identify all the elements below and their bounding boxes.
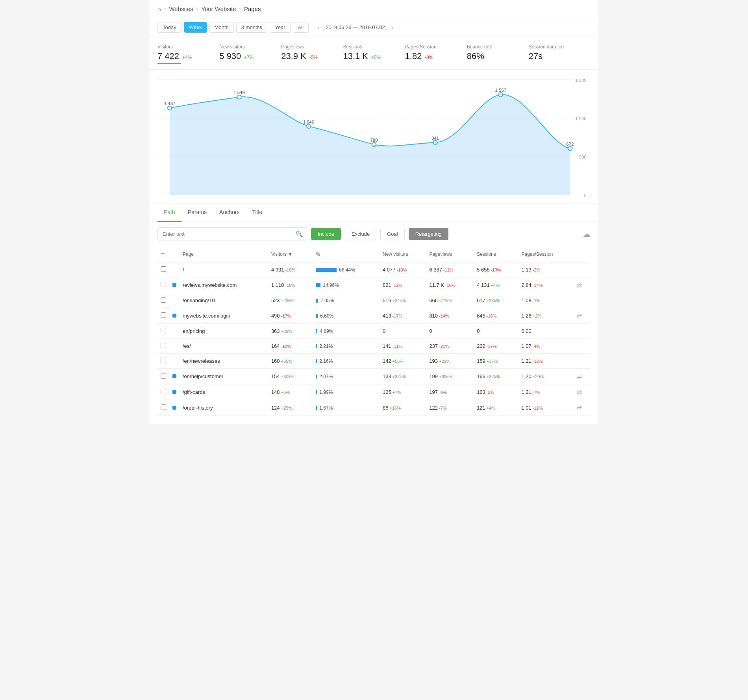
stat-pages-session-change: -9% (425, 55, 433, 60)
stat-visitors-change: +4% (182, 55, 192, 60)
svg-text:1 437: 1 437 (164, 101, 176, 106)
exclude-button[interactable]: Exclude (345, 228, 376, 240)
col-pages-session: Pages/Session (518, 246, 574, 262)
time-filter-bar: Today Week Month 3 months Year All ‹ 201… (150, 18, 598, 37)
row-sessions: 617+27k% (474, 293, 518, 308)
col-sessions: Sessions (474, 246, 518, 262)
btn-year[interactable]: Year (270, 22, 290, 33)
cloud-icon[interactable]: ☁ (583, 229, 591, 239)
breadcrumb-current: Pages (244, 6, 261, 12)
stat-sessions-change: +5% (371, 55, 381, 60)
svg-point-20 (568, 146, 572, 150)
row-indicator (172, 314, 176, 318)
row-indicator (172, 374, 176, 378)
row-pages-session: 1.26+2% (518, 308, 574, 324)
row-page: /en/newreleases (180, 354, 268, 369)
tab-anchors[interactable]: Anchors (213, 203, 246, 222)
table-row: /en/help/customer 154+30k% 2.07% 133+32k… (157, 369, 591, 384)
table-row: en/pricing 363+29% 4.89% 0 0 0 0.00 (157, 324, 591, 339)
row-sessions: 0 (474, 324, 518, 339)
pages-table: − Page Visitors ▼ % New visitors Pagevie… (157, 246, 591, 416)
row-pageviews: 666+27k% (426, 293, 474, 308)
prev-date-btn[interactable]: ‹ (315, 23, 322, 32)
btn-week[interactable]: Week (184, 22, 207, 33)
svg-point-10 (237, 95, 241, 99)
retarget-icon[interactable]: ⇄ (577, 373, 582, 380)
row-checkbox[interactable] (161, 297, 166, 303)
row-checkbox[interactable] (161, 312, 166, 318)
stat-new-visitors: New visitors 5 930 +7% (219, 44, 281, 64)
svg-text:1 549: 1 549 (233, 91, 245, 95)
svg-text:788: 788 (370, 138, 378, 142)
breadcrumb-websites[interactable]: Websites (169, 6, 193, 12)
retargeting-button[interactable]: Retargeting (409, 228, 448, 240)
goal-button[interactable]: Goal (380, 228, 404, 240)
stat-new-visitors-value: 5 930 (219, 51, 241, 61)
stat-session-duration-value: 27s (529, 51, 542, 61)
col-visitors[interactable]: Visitors ▼ (268, 246, 313, 262)
row-checkbox[interactable] (161, 389, 166, 394)
row-pageviews: 0 (426, 324, 474, 339)
row-visitors: 523+23k% (268, 293, 313, 308)
retarget-icon[interactable]: ⇄ (577, 404, 582, 411)
chart-area: 0 500 1 000 1 500 1 437 1 549 1 046 (150, 70, 598, 203)
tab-title[interactable]: Title (246, 203, 268, 222)
row-pct: 7.05% (313, 293, 380, 308)
retarget-icon[interactable]: ⇄ (577, 312, 582, 319)
btn-month[interactable]: Month (209, 22, 234, 33)
include-button[interactable]: Include (311, 228, 341, 240)
stat-pageviews-label: Pageviews (281, 44, 343, 50)
row-new-visitors: 4 077-10% (380, 262, 426, 277)
row-page: /order-history (180, 400, 268, 416)
table-row: /gift-cards 148+6% 1.99% 125+7% 197-8% 1… (157, 384, 591, 400)
retarget-icon[interactable]: ⇄ (577, 389, 582, 395)
row-indicator (172, 283, 176, 287)
tab-path[interactable]: Path (157, 203, 181, 222)
row-pageviews: 11.7 K-10% (426, 277, 474, 293)
row-sessions: 645-16% (474, 308, 518, 324)
btn-today[interactable]: Today (157, 22, 181, 33)
tab-params[interactable]: Params (181, 203, 213, 222)
row-page: /es/ (180, 339, 268, 354)
row-pages-session: 1.13-2% (518, 262, 574, 277)
deselect-all-icon[interactable]: − (161, 250, 165, 258)
breadcrumb-sep-2: › (196, 6, 198, 12)
btn-all[interactable]: All (293, 22, 309, 33)
row-visitors: 363+29% (268, 324, 313, 339)
breadcrumb-site[interactable]: Your Website (201, 6, 236, 12)
btn-3months[interactable]: 3 months (236, 22, 267, 33)
row-checkbox[interactable] (161, 328, 166, 333)
row-pageviews: 197-8% (426, 384, 474, 400)
row-visitors: 4 931-10% (268, 262, 313, 277)
breadcrumb-sep-1: › (164, 6, 166, 12)
svg-text:1 000: 1 000 (575, 116, 587, 121)
table-row: /es/ 164-10% 2.21% 141-11% 237-21% 222-1… (157, 339, 591, 354)
home-icon[interactable]: ⌂ (157, 6, 161, 12)
stat-sessions-label: Sessions (343, 44, 405, 50)
search-input[interactable] (157, 227, 307, 240)
stat-bounce-rate-label: Bounce rate (467, 44, 529, 50)
breadcrumb: ⌂ › Websites › Your Website › Pages (150, 0, 598, 18)
svg-point-14 (372, 142, 376, 146)
row-checkbox[interactable] (161, 404, 166, 410)
stat-pageviews-change: -5% (309, 55, 318, 60)
stat-pageviews: Pageviews 23.9 K -5% (281, 44, 343, 64)
row-visitors: 154+30k% (268, 369, 313, 384)
row-checkbox[interactable] (161, 266, 166, 272)
row-sessions: 5 658-10% (474, 262, 518, 277)
svg-text:1 046: 1 046 (303, 120, 315, 124)
row-new-visitors: 141-11% (380, 339, 426, 354)
svg-point-8 (168, 106, 172, 110)
filter-bar: 🔍 Include Exclude Goal Retargeting ☁ (150, 222, 598, 246)
row-checkbox[interactable] (161, 373, 166, 379)
row-checkbox[interactable] (161, 282, 166, 287)
row-sessions: 159+37% (474, 354, 518, 369)
row-checkbox[interactable] (161, 343, 166, 348)
row-new-visitors: 413-17% (380, 308, 426, 324)
stat-sessions-value: 13.1 K (343, 51, 368, 61)
row-sessions: 121+4% (474, 400, 518, 416)
next-date-btn[interactable]: › (389, 23, 396, 32)
retarget-icon[interactable]: ⇄ (577, 282, 582, 288)
row-pages-session: 1.21-12% (518, 354, 574, 369)
row-checkbox[interactable] (161, 358, 166, 363)
